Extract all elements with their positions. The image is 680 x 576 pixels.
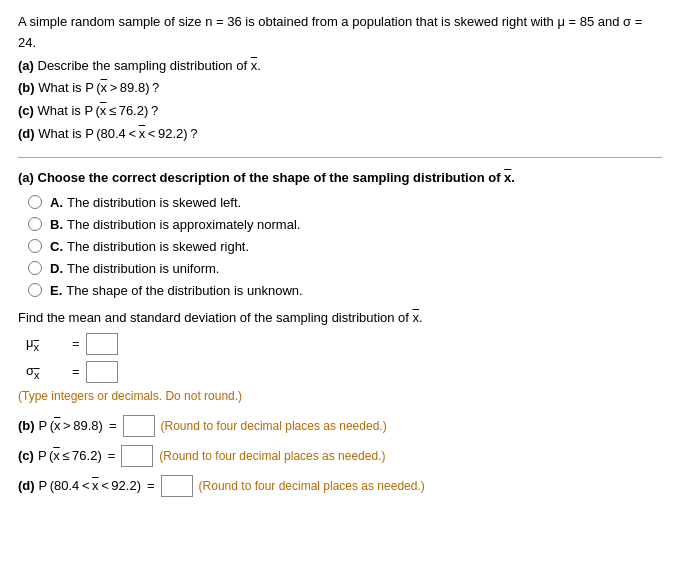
part-b-expr: P (x > 89.8) [39, 418, 103, 433]
mean-std-section: Find the mean and standard deviation of … [18, 310, 662, 403]
option-e-letter: E. [50, 283, 62, 298]
part-c-equals: = [108, 448, 116, 463]
mean-std-prompt: Find the mean and standard deviation of … [18, 310, 662, 325]
mu-equals: = [72, 336, 80, 351]
radio-a[interactable] [28, 195, 42, 209]
part-a-text: (a) Describe the sampling distribution o… [18, 56, 662, 77]
option-c[interactable]: C. The distribution is skewed right. [28, 239, 662, 254]
sigma-equals: = [72, 364, 80, 379]
part-d-text: (d) What is P (80.4 < x < 92.2) ? [18, 124, 662, 145]
part-b-equals: = [109, 418, 117, 433]
mu-label: μx [26, 335, 66, 353]
part-c-label: (c) [18, 448, 34, 463]
option-d[interactable]: D. The distribution is uniform. [28, 261, 662, 276]
divider-1 [18, 157, 662, 158]
option-b-letter: B. [50, 217, 63, 232]
radio-c[interactable] [28, 239, 42, 253]
part-b-label: (b) [18, 418, 35, 433]
part-b-input[interactable] [123, 415, 155, 437]
sigma-row: σx = [26, 361, 662, 383]
radio-d[interactable] [28, 261, 42, 275]
mu-input[interactable] [86, 333, 118, 355]
part-d-input[interactable] [161, 475, 193, 497]
part-c-text: (c) What is P (x ≤ 76.2) ? [18, 101, 662, 122]
option-a-text: The distribution is skewed left. [67, 195, 241, 210]
part-c-row: (c) P (x ≤ 76.2) = (Round to four decima… [18, 445, 662, 467]
sigma-label: σx [26, 363, 66, 381]
option-a-letter: A. [50, 195, 63, 210]
part-b-note: (Round to four decimal places as needed.… [161, 419, 387, 433]
radio-e[interactable] [28, 283, 42, 297]
part-c-input[interactable] [121, 445, 153, 467]
option-e[interactable]: E. The shape of the distribution is unkn… [28, 283, 662, 298]
radio-options-group: A. The distribution is skewed left. B. T… [28, 195, 662, 298]
option-e-text: The shape of the distribution is unknown… [66, 283, 302, 298]
radio-b[interactable] [28, 217, 42, 231]
part-a-prompt: (a) Choose the correct description of th… [18, 170, 662, 185]
option-c-letter: C. [50, 239, 63, 254]
option-d-letter: D. [50, 261, 63, 276]
intro-text: A simple random sample of size n = 36 is… [18, 12, 662, 54]
part-b-row: (b) P (x > 89.8) = (Round to four decima… [18, 415, 662, 437]
option-b-text: The distribution is approximately normal… [67, 217, 300, 232]
part-a-section: (a) Choose the correct description of th… [18, 170, 662, 298]
part-d-equals: = [147, 478, 155, 493]
mu-row: μx = [26, 333, 662, 355]
part-d-note: (Round to four decimal places as needed.… [199, 479, 425, 493]
part-b-text: (b) What is P (x > 89.8) ? [18, 78, 662, 99]
part-d-expr: P (80.4 < x < 92.2) [39, 478, 141, 493]
option-d-text: The distribution is uniform. [67, 261, 219, 276]
part-d-row: (d) P (80.4 < x < 92.2) = (Round to four… [18, 475, 662, 497]
hint-text: (Type integers or decimals. Do not round… [18, 389, 662, 403]
part-c-expr: P (x ≤ 76.2) [38, 448, 102, 463]
part-c-note: (Round to four decimal places as needed.… [159, 449, 385, 463]
problem-statement: A simple random sample of size n = 36 is… [18, 12, 662, 145]
sigma-input[interactable] [86, 361, 118, 383]
option-c-text: The distribution is skewed right. [67, 239, 249, 254]
option-a[interactable]: A. The distribution is skewed left. [28, 195, 662, 210]
option-b[interactable]: B. The distribution is approximately nor… [28, 217, 662, 232]
part-d-label: (d) [18, 478, 35, 493]
